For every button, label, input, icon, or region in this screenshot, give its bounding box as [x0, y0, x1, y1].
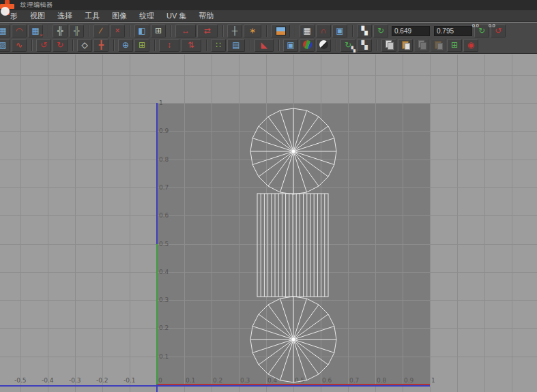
rotate-cw-icon[interactable]: ↻: [53, 39, 68, 52]
menu-item-polygon-partial[interactable]: 形: [4, 10, 24, 22]
cut-uv-tool-icon[interactable]: ∿: [12, 39, 27, 52]
uv-cap-center-vertex[interactable]: [292, 338, 295, 342]
isolate-select-icon[interactable]: ∗: [244, 25, 261, 37]
paste-uv-grid-icon[interactable]: ⊞: [134, 39, 149, 52]
align-v-max-icon[interactable]: ⇅: [181, 39, 201, 52]
select-shell-icon[interactable]: ⊞: [447, 39, 462, 52]
v-axis-label: 0.8: [159, 156, 169, 163]
v-axis-label: 0.6: [159, 212, 169, 219]
rotate-ccw-icon[interactable]: ↺: [36, 39, 51, 52]
paste-uvs-icon[interactable]: [398, 39, 413, 52]
uv-texture-editor-window: 纹理编辑器 形视图选择工具图像纹理UV 集帮助 ▦◠▦×╬╬∕×◧⊞↔⇄┼∗▦∩…: [0, 0, 537, 392]
u-axis-label: -0.5: [14, 377, 27, 384]
copy-uv-grid-icon[interactable]: ⊕: [118, 39, 133, 52]
toolbar-separator: [377, 40, 378, 51]
v-axis-label: 0.5: [159, 241, 169, 247]
toolbar-row-2: ▨∿↺↻◇╋⊕⊞↕⇅∷▤◣▣↻▚▚⊞◉: [1, 38, 537, 52]
menu-item-view[interactable]: 视图: [24, 10, 51, 22]
flip-uv-icon[interactable]: ◇: [77, 39, 92, 52]
align-u-max-icon[interactable]: ⇄: [197, 25, 218, 37]
menu-bar: 形视图选择工具图像纹理UV 集帮助: [0, 10, 537, 22]
v-axis-label: 0.1: [159, 353, 169, 360]
align-v-min-icon[interactable]: ↕: [159, 39, 179, 52]
toolbar-separator: [48, 25, 49, 37]
uv-lattice-tool-icon[interactable]: ▦: [0, 25, 10, 37]
shrink-selection-icon[interactable]: ╬: [69, 25, 84, 37]
rotate-value-icon[interactable]: ↺0.0: [491, 25, 506, 37]
uv-smudge-tool-icon[interactable]: ◠: [12, 25, 27, 37]
u-axis-label: 0.2: [213, 377, 222, 384]
paste-disabled-icon: [431, 39, 446, 52]
u-axis-label: 0: [158, 377, 162, 384]
layered-texture-icon[interactable]: ▣: [332, 25, 347, 37]
uv-canvas-viewport[interactable]: -0.6-0.5-0.4-0.3-0.2-0.100.10.20.30.40.5…: [0, 55, 537, 392]
uv-cap-center-vertex[interactable]: [292, 150, 295, 153]
snap-together-icon[interactable]: ┼: [227, 25, 242, 37]
pixel-snap-magnet-icon[interactable]: ∩: [316, 25, 331, 37]
grow-selection-icon[interactable]: ╬: [53, 25, 68, 37]
refresh-values-icon[interactable]: ↻0.0: [474, 25, 489, 37]
v-axis-label: 0.4: [159, 269, 169, 275]
cut-uv-edges-icon[interactable]: ∕: [93, 25, 108, 37]
rgb-channels-icon[interactable]: [300, 39, 315, 52]
paint-uv-tool-icon[interactable]: ◣: [255, 39, 274, 52]
display-image-icon[interactable]: [271, 25, 290, 37]
grid-uvs-icon[interactable]: ⊞: [151, 25, 166, 37]
menu-item-help[interactable]: 帮助: [192, 10, 220, 22]
toolbar-separator: [206, 40, 207, 51]
u-axis-label: 0.7: [349, 377, 359, 384]
swap-uv-checker-icon[interactable]: ↻▚: [340, 39, 355, 52]
menu-item-select[interactable]: 选择: [51, 10, 78, 22]
menu-item-tool[interactable]: 工具: [78, 10, 106, 22]
uv-lasso-select-icon[interactable]: ▦×: [28, 25, 43, 37]
u-axis-label: -0.1: [124, 377, 136, 384]
pin-uv-icon[interactable]: ◉: [463, 39, 478, 52]
toolbar-separator: [278, 40, 280, 51]
title-bar: 纹理编辑器: [0, 0, 537, 10]
layout-uvs-icon[interactable]: ◧: [134, 25, 149, 37]
toolbar-separator: [154, 40, 156, 51]
alpha-display-icon: [319, 40, 328, 49]
uv-grid-svg[interactable]: -0.6-0.5-0.4-0.3-0.2-0.100.10.20.30.40.5…: [0, 55, 537, 392]
u-axis-label: -0.4: [42, 377, 54, 384]
copy-uvs-icon[interactable]: [381, 39, 396, 52]
menu-item-image[interactable]: 图像: [106, 10, 133, 22]
toolbar-row-1: ▦◠▦×╬╬∕×◧⊞↔⇄┼∗▦∩▣▚↻0.6490.795↻0.0↺0.0: [1, 24, 537, 38]
u-axis-label: 0.1: [186, 377, 195, 384]
tweak-uv-tool-icon[interactable]: ▨: [0, 39, 10, 52]
toolbar-separator: [295, 25, 296, 37]
toolbar-separator: [266, 25, 267, 37]
move-pivot-icon[interactable]: ╋: [93, 39, 108, 52]
grid-display-icon[interactable]: ▦: [300, 25, 315, 37]
toolbar-separator: [352, 25, 353, 37]
toolbar: ▦◠▦×╬╬∕×◧⊞↔⇄┼∗▦∩▣▚↻0.6490.795↻0.0↺0.0 ▨∿…: [0, 22, 537, 54]
align-u-min-icon[interactable]: ↔: [175, 25, 196, 37]
relax-uvs-icon[interactable]: ∷: [211, 39, 226, 52]
copy-disabled-icon: [414, 39, 429, 52]
menu-item-uv-set[interactable]: UV 集: [160, 10, 192, 22]
value-badge: 0.0: [472, 23, 479, 28]
alpha-display-icon[interactable]: [316, 39, 331, 52]
copy-uvs-icon: [385, 40, 394, 49]
u-axis-label: 0.3: [240, 377, 250, 384]
toolbar-separator: [250, 40, 251, 51]
toolbar-separator: [113, 40, 115, 51]
toolbar-separator: [222, 25, 224, 37]
menu-item-texture[interactable]: 纹理: [133, 10, 160, 22]
paste-uvs-icon: [401, 40, 410, 49]
toolbar-separator: [89, 25, 90, 37]
dim-image-dice-icon[interactable]: ▚: [357, 25, 372, 37]
window-title: 纹理编辑器: [20, 1, 53, 10]
u-axis-label: -0.2: [96, 377, 108, 384]
v-coordinate-field[interactable]: 0.795: [434, 26, 472, 36]
u-coordinate-field[interactable]: 0.649: [392, 26, 430, 36]
layered-shader-icon[interactable]: ▣: [283, 39, 298, 52]
checker-ghost-icon[interactable]: ▚: [357, 39, 372, 52]
v-axis-label: 0.3: [159, 297, 169, 303]
sew-uv-edges-icon[interactable]: ×: [110, 25, 125, 37]
update-psd-icon[interactable]: ↻: [373, 25, 388, 37]
u-axis-label: 1: [431, 377, 435, 384]
u-axis-label: 0.8: [377, 377, 387, 384]
unfold-uvs-icon[interactable]: ▤: [227, 39, 245, 52]
toolbar-separator: [130, 25, 131, 37]
